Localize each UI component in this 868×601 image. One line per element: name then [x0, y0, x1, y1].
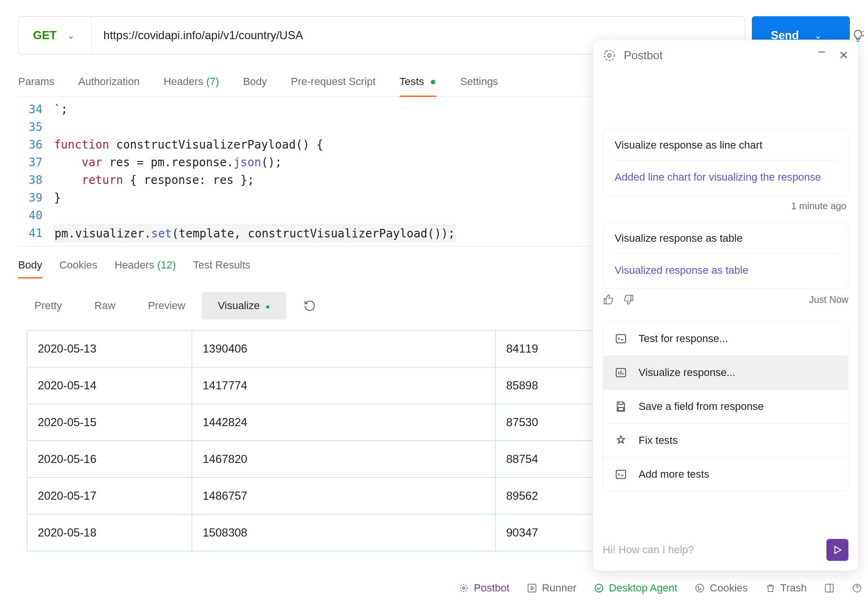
- close-icon[interactable]: ✕: [839, 49, 848, 62]
- code-line: var res = pm.response.json();: [54, 154, 456, 172]
- svg-rect-4: [616, 334, 626, 343]
- sb-label: Postbot: [474, 582, 510, 594]
- svg-point-7: [460, 585, 467, 592]
- postbot-card: Visualize response as table Visualized r…: [603, 222, 848, 289]
- svg-point-13: [700, 589, 701, 590]
- svg-point-8: [463, 587, 465, 590]
- rtab-cookies[interactable]: Cookies: [59, 259, 97, 279]
- check-circle-icon: [594, 583, 604, 593]
- cookie-icon: [694, 583, 705, 593]
- suggestion-fix-tests[interactable]: Fix tests: [603, 424, 848, 458]
- rtab-body[interactable]: Body: [18, 259, 42, 279]
- tab-authorization[interactable]: Authorization: [78, 75, 140, 97]
- suggestion-label: Save a field from response: [639, 400, 764, 413]
- suggestion-label: Test for response...: [639, 333, 728, 345]
- view-visualize[interactable]: Visualize ●: [202, 292, 286, 320]
- suggestion-test[interactable]: Test for response...: [603, 322, 848, 356]
- suggestion-visualize[interactable]: Visualize response...: [603, 356, 848, 390]
- sb-label: Desktop Agent: [609, 582, 677, 594]
- tab-headers-label: Headers: [163, 75, 203, 87]
- view-raw[interactable]: Raw: [78, 292, 131, 320]
- suggestion-label: Visualize response...: [639, 366, 736, 379]
- suggestion-save-field[interactable]: Save a field from response: [603, 390, 848, 424]
- line-number: 36: [29, 136, 43, 154]
- play-square-icon: [527, 583, 537, 593]
- line-number: 40: [29, 207, 43, 225]
- svg-point-12: [698, 587, 699, 588]
- sb-runner[interactable]: Runner: [527, 582, 576, 594]
- svg-rect-15: [825, 584, 834, 592]
- svg-point-14: [698, 589, 699, 590]
- code-line: function constructVisualizerPayload() {: [54, 136, 456, 154]
- tab-settings[interactable]: Settings: [460, 75, 499, 97]
- sb-label: Runner: [542, 582, 576, 594]
- trash-icon: [765, 583, 776, 593]
- table-cell: 2020-05-15: [27, 404, 192, 441]
- suggestions-list: Test for response... Visualize response.…: [603, 322, 848, 492]
- table-cell: 2020-05-17: [27, 478, 192, 515]
- postbot-panel: Postbot − ✕ Visualize response as line c…: [593, 40, 858, 571]
- sb-panels-icon[interactable]: [824, 583, 835, 593]
- timestamp: Just Now: [809, 294, 848, 305]
- postbot-icon: [603, 49, 616, 62]
- sb-postbot[interactable]: Postbot: [458, 582, 510, 594]
- svg-point-10: [595, 584, 603, 592]
- sb-cookies[interactable]: Cookies: [694, 582, 748, 594]
- postbot-card: Visualize response as line chart Added l…: [603, 129, 848, 196]
- tab-prerequest[interactable]: Pre-request Script: [291, 75, 376, 97]
- postbot-input[interactable]: [603, 544, 819, 556]
- tab-body[interactable]: Body: [243, 75, 267, 97]
- refresh-icon[interactable]: [304, 300, 316, 312]
- svg-point-11: [696, 584, 704, 592]
- sb-label: Trash: [781, 582, 807, 594]
- dot-icon: ●: [430, 75, 436, 87]
- card-title: Visualize response as table: [615, 232, 836, 245]
- code-line: [54, 118, 456, 136]
- table-cell: 1442824: [192, 404, 496, 441]
- sb-trash[interactable]: Trash: [765, 582, 807, 594]
- rtab-headers[interactable]: Headers (12): [115, 259, 176, 279]
- thumbs-down-icon[interactable]: [623, 294, 634, 305]
- table-cell: 2020-05-14: [27, 367, 192, 404]
- suggestion-add-tests[interactable]: Add more tests: [603, 458, 848, 491]
- table-cell: 1417774: [192, 367, 496, 404]
- view-preview[interactable]: Preview: [131, 292, 201, 320]
- http-method-label: GET: [33, 29, 56, 42]
- sb-agent[interactable]: Desktop Agent: [594, 582, 677, 594]
- table-cell: 1486757: [192, 478, 496, 515]
- table-cell: 1390406: [192, 331, 496, 367]
- code-line: return { response: res };: [54, 172, 456, 189]
- sb-label: Cookies: [710, 582, 748, 594]
- code-line: }: [54, 189, 456, 207]
- code-line: `;: [54, 101, 456, 118]
- thumbs-up-icon[interactable]: [603, 294, 614, 305]
- statusbar: Postbot Runner Desktop Agent Cookies Tra…: [458, 582, 862, 594]
- response-tabs: Body Cookies Headers (12) Test Results: [18, 259, 250, 279]
- line-number: 34: [29, 101, 43, 118]
- line-number: 41: [29, 225, 43, 242]
- suggestion-label: Fix tests: [639, 434, 678, 447]
- line-number: 35: [29, 118, 43, 136]
- postbot-title: Postbot: [624, 49, 662, 62]
- svg-rect-6: [616, 470, 626, 478]
- postbot-send-button[interactable]: [826, 539, 848, 561]
- rtab-testresults[interactable]: Test Results: [193, 259, 250, 279]
- table-cell: 1508308: [192, 515, 496, 551]
- line-number: 38: [29, 172, 43, 189]
- sb-help-icon[interactable]: [852, 583, 862, 593]
- table-cell: 2020-05-16: [27, 441, 192, 478]
- help-icon: [852, 583, 862, 593]
- timestamp: 1 minute ago: [603, 201, 846, 212]
- http-method-dropdown[interactable]: GET ⌄: [19, 17, 92, 54]
- rtab-headers-label: Headers: [115, 259, 154, 271]
- tab-tests[interactable]: Tests ●: [400, 75, 436, 97]
- minimize-icon[interactable]: −: [818, 49, 825, 62]
- svg-point-3: [608, 54, 611, 57]
- tab-params[interactable]: Params: [18, 75, 54, 97]
- table-cell: 2020-05-13: [27, 331, 192, 367]
- card-title: Visualize response as line chart: [615, 139, 836, 151]
- card-subtitle: Added line chart for visualizing the res…: [615, 169, 836, 185]
- tab-headers[interactable]: Headers (7): [163, 75, 219, 97]
- suggestion-label: Add more tests: [639, 468, 709, 481]
- view-pretty[interactable]: Pretty: [18, 292, 78, 320]
